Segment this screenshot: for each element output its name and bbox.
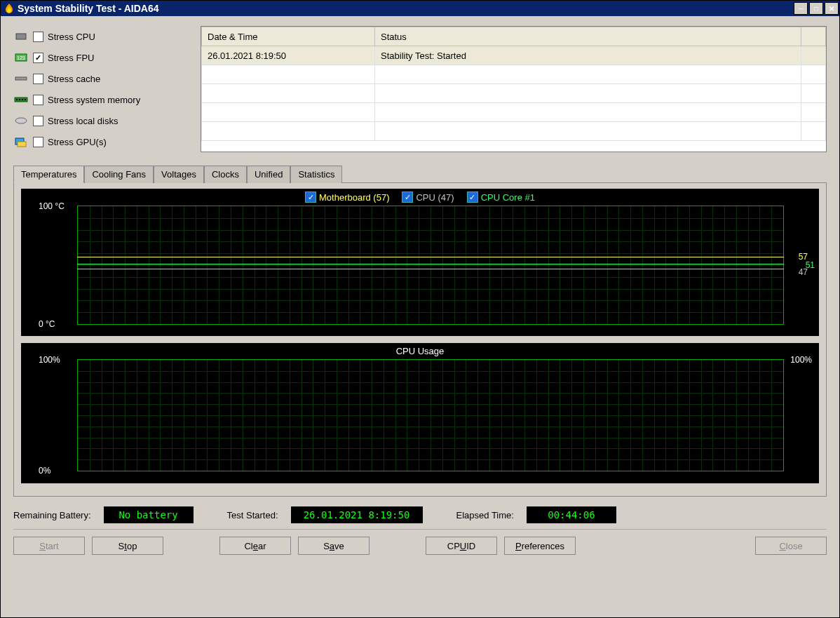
tab-cooling-fans[interactable]: Cooling Fans bbox=[84, 166, 154, 183]
svg-rect-6 bbox=[19, 99, 20, 100]
tab-statistics[interactable]: Statistics bbox=[290, 166, 342, 183]
trace-cpu bbox=[77, 269, 784, 269]
status-row: Remaining Battery: No battery Test Start… bbox=[13, 506, 827, 523]
titlebar[interactable]: System Stability Test - AIDA64 ─ □ ✕ bbox=[1, 1, 839, 16]
svg-rect-8 bbox=[25, 99, 26, 100]
svg-rect-7 bbox=[22, 99, 23, 100]
cpuid-button[interactable]: CPUID bbox=[426, 537, 497, 555]
app-window: System Stability Test - AIDA64 ─ □ ✕ Str… bbox=[0, 0, 840, 618]
log-table: Date & Time Status 26.01.2021 8:19:50 St… bbox=[201, 26, 827, 152]
maximize-button[interactable]: □ bbox=[809, 2, 823, 15]
disk-icon bbox=[13, 115, 29, 126]
legend-cpu-checkbox[interactable]: ✓ bbox=[402, 192, 413, 203]
stress-memory-checkbox[interactable] bbox=[33, 95, 43, 105]
stress-disks-label: Stress local disks bbox=[48, 116, 118, 126]
temperature-graph: ✓ Motherboard (57) ✓ CPU (47) ✓ CPU Core… bbox=[21, 189, 819, 336]
log-col-datetime[interactable]: Date & Time bbox=[202, 27, 375, 46]
tab-temperatures[interactable]: Temperatures bbox=[13, 166, 84, 183]
stress-disks-row: Stress local disks bbox=[13, 110, 192, 131]
svg-rect-11 bbox=[18, 142, 26, 147]
start-button[interactable]: Start bbox=[13, 537, 85, 555]
temp-ytick-bottom: 0 °C bbox=[39, 319, 55, 329]
stress-fpu-label: Stress FPU bbox=[48, 53, 94, 63]
stop-button[interactable]: Stop bbox=[92, 537, 163, 555]
stress-memory-label: Stress system memory bbox=[48, 95, 140, 105]
stress-memory-row: Stress system memory bbox=[13, 89, 192, 110]
cpu-ytick-bottom-left: 0% bbox=[39, 466, 50, 476]
cpu-ytick-top-left: 100% bbox=[39, 355, 60, 365]
stress-cpu-label: Stress CPU bbox=[48, 32, 95, 42]
stress-gpu-row: Stress GPU(s) bbox=[13, 131, 192, 152]
stress-cache-label: Stress cache bbox=[48, 74, 100, 84]
stress-cache-row: Stress cache bbox=[13, 68, 192, 89]
fpu-icon: 123 bbox=[13, 52, 29, 63]
graph-panel: ✓ Motherboard (57) ✓ CPU (47) ✓ CPU Core… bbox=[13, 182, 827, 497]
temperature-plot: /*placeholder*/ bbox=[77, 206, 784, 325]
stress-cpu-row: Stress CPU bbox=[13, 26, 192, 47]
memory-icon bbox=[13, 94, 29, 105]
svg-rect-5 bbox=[16, 99, 18, 100]
svg-text:123: 123 bbox=[17, 55, 25, 60]
gpu-icon bbox=[13, 136, 29, 147]
close-window-button[interactable]: ✕ bbox=[825, 2, 839, 15]
test-started-value: 26.01.2021 8:19:50 bbox=[291, 506, 423, 523]
save-button[interactable]: Save bbox=[298, 537, 370, 555]
tab-bar: Temperatures Cooling Fans Voltages Clock… bbox=[13, 165, 827, 182]
cpu-usage-title: CPU Usage bbox=[21, 343, 819, 359]
cpu-ytick-top-right: 100% bbox=[790, 355, 812, 365]
log-cell-status: Stability Test: Started bbox=[375, 46, 801, 65]
stress-gpu-checkbox[interactable] bbox=[33, 137, 43, 147]
tab-clocks[interactable]: Clocks bbox=[204, 166, 247, 183]
test-started-label: Test Started: bbox=[227, 510, 278, 520]
log-row-empty bbox=[202, 84, 826, 103]
legend-motherboard-checkbox[interactable]: ✓ bbox=[305, 192, 316, 203]
stress-options: Stress CPU 123 Stress FPU Stress cache S… bbox=[13, 26, 192, 152]
minimize-button[interactable]: ─ bbox=[794, 2, 808, 15]
stress-disks-checkbox[interactable] bbox=[33, 116, 43, 126]
cpu-icon bbox=[13, 31, 29, 42]
trace-motherboard bbox=[77, 257, 784, 257]
tab-unified[interactable]: Unified bbox=[247, 166, 290, 183]
elapsed-label: Elapsed Time: bbox=[456, 510, 514, 520]
stress-fpu-checkbox[interactable] bbox=[33, 53, 43, 63]
temp-ytick-top: 100 °C bbox=[39, 201, 65, 211]
log-row-empty bbox=[202, 122, 826, 141]
svg-rect-3 bbox=[15, 77, 27, 80]
legend-cpucore1-checkbox[interactable]: ✓ bbox=[467, 192, 478, 203]
legend-motherboard[interactable]: ✓ Motherboard (57) bbox=[305, 192, 389, 203]
stress-cache-checkbox[interactable] bbox=[33, 74, 43, 84]
cpu-usage-graph: CPU Usage 100% 0% 100% bbox=[21, 343, 819, 483]
log-cell-datetime: 26.01.2021 8:19:50 bbox=[202, 46, 375, 65]
log-row-empty bbox=[202, 65, 826, 84]
clear-button[interactable]: Clear bbox=[219, 537, 291, 555]
button-row: Start Stop Clear Save CPUID Preferences … bbox=[13, 529, 827, 555]
cache-icon bbox=[13, 73, 29, 84]
log-row[interactable]: 26.01.2021 8:19:50 Stability Test: Start… bbox=[202, 46, 826, 65]
log-header-row: Date & Time Status bbox=[202, 27, 826, 46]
preferences-button[interactable]: Preferences bbox=[504, 537, 576, 555]
legend-cpucore1-label: CPU Core #1 bbox=[481, 192, 535, 203]
stress-gpu-label: Stress GPU(s) bbox=[48, 137, 107, 147]
battery-label: Remaining Battery: bbox=[13, 510, 91, 520]
tab-voltages[interactable]: Voltages bbox=[154, 166, 204, 183]
trace-label-47: 47 bbox=[799, 267, 808, 277]
stress-fpu-row: 123 Stress FPU bbox=[13, 47, 192, 68]
legend-motherboard-label: Motherboard (57) bbox=[319, 192, 389, 203]
window-title: System Stability Test - AIDA64 bbox=[18, 3, 793, 14]
log-row-empty bbox=[202, 103, 826, 122]
log-col-spacer bbox=[801, 27, 826, 46]
stress-cpu-checkbox[interactable] bbox=[33, 32, 43, 42]
legend-cpucore1[interactable]: ✓ CPU Core #1 bbox=[467, 192, 535, 203]
app-icon bbox=[4, 3, 15, 14]
legend-cpu-label: CPU (47) bbox=[416, 192, 454, 203]
close-button[interactable]: Close bbox=[755, 537, 827, 555]
cpu-usage-plot bbox=[77, 359, 784, 471]
log-col-status[interactable]: Status bbox=[375, 27, 801, 46]
trace-cpucore1 bbox=[77, 264, 784, 264]
battery-value: No battery bbox=[104, 506, 194, 523]
svg-point-9 bbox=[15, 118, 27, 123]
svg-rect-0 bbox=[16, 34, 26, 39]
elapsed-value: 00:44:06 bbox=[527, 506, 616, 523]
legend-cpu[interactable]: ✓ CPU (47) bbox=[402, 192, 454, 203]
